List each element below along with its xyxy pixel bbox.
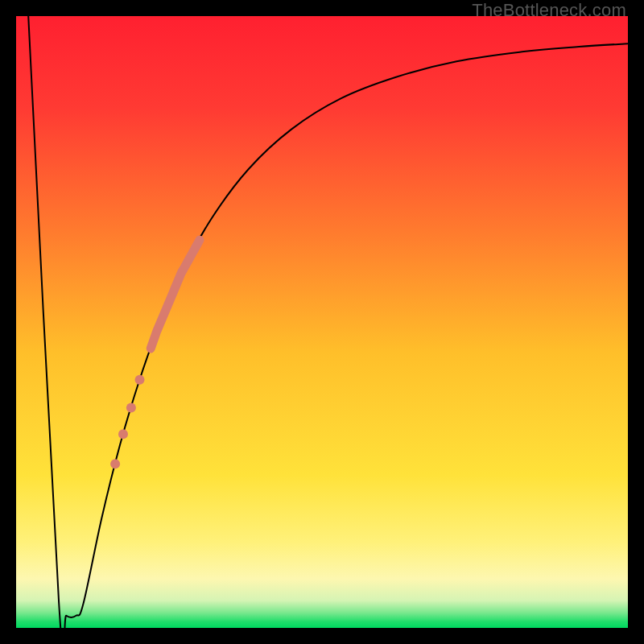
highlight-dot — [110, 459, 120, 469]
highlight-segment — [151, 240, 200, 349]
chart-stage: TheBottleneck.com — [0, 0, 644, 644]
highlight-dots — [110, 375, 144, 469]
highlight-dot — [126, 402, 136, 412]
plot-area — [16, 16, 628, 628]
curve-layer — [16, 16, 628, 628]
highlight-dot — [118, 429, 128, 439]
highlight-dot — [135, 375, 145, 385]
bottleneck-curve — [28, 16, 628, 628]
